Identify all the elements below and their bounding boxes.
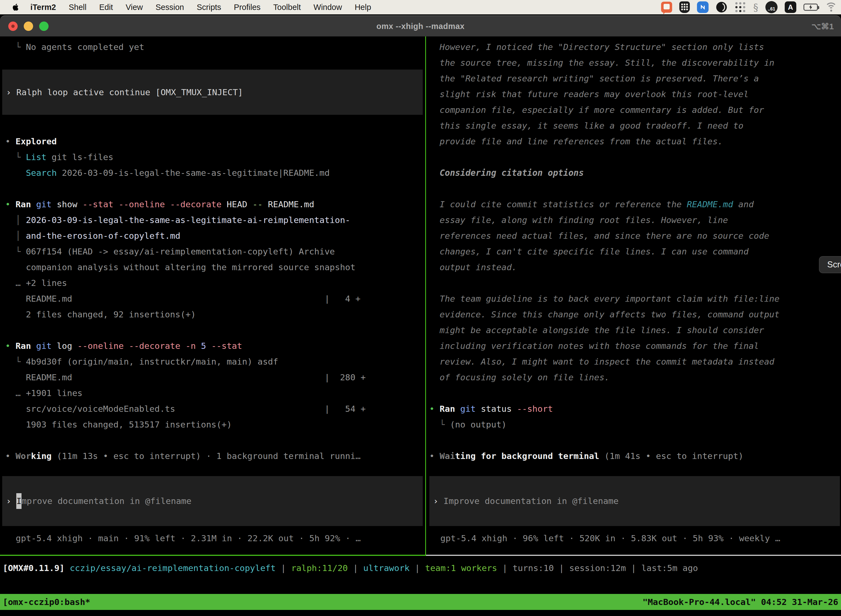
menu-item-help[interactable]: Help [355,3,371,12]
wifi-icon[interactable] [825,3,837,12]
terminal-line: the source tree, missing the essay. Stil… [429,55,841,70]
right-input-text: Improve documentation in @filename [443,493,618,509]
terminal-line [5,322,425,338]
menu-item-toolbelt[interactable]: Toolbelt [273,3,301,12]
terminal-text-segment: cczip/essay/ai-reimplementation-copyleft [70,563,276,573]
screen-share-overlay-label: Scre [827,260,841,270]
terminal-line: provide file and line references from th… [429,133,841,149]
terminal-text-segment: | [348,563,363,573]
terminal-line: … +2 lines [5,275,425,291]
ralph-loop-box[interactable]: › Ralph loop active continue [OMX_TMUX_I… [2,70,423,115]
terminal-line [429,149,841,165]
tmux-pane-right[interactable]: However, I noticed the "Directory Struct… [426,37,841,556]
menu-item-window[interactable]: Window [314,3,342,12]
omx-status-line: [OMX#0.11.9] cczip/essay/ai-reimplementa… [3,560,698,576]
terminal-line: └ 4b9d30f (origin/main, instructkr/main,… [5,354,425,370]
left-text-cursor: I [16,493,22,509]
menu-item-shell[interactable]: Shell [69,3,86,12]
left-prompt-input[interactable]: › Improve documentation in @filename [2,476,423,526]
terminal-line: companion file, especially if more comme… [429,102,841,118]
terminal-line [429,181,841,197]
terminal-line: … +1901 lines [5,385,425,401]
terminal-line [5,181,425,197]
terminal-line: │ 2026-03-09-is-legal-the-same-as-legiti… [5,212,425,228]
terminal-content: └ No agents completed yet › Ralph loop a… [0,37,841,616]
terminal-line: changes, I can't cite specific file line… [429,244,841,260]
terminal-line: references need actual files, and since … [429,228,841,244]
pane-divider[interactable] [425,37,426,556]
window-shortcut-badge: ⌥⌘1 [812,22,834,31]
menu-status-icons: § ..61 A [661,0,837,14]
left-agent-summary: └ No agents completed yet [0,39,425,55]
left-input-text: mprove documentation in @filename [22,493,192,509]
terminal-text-segment: session:12m [569,563,626,573]
terminal-line: I could cite commit statistics or refere… [429,197,841,212]
menu-item-profiles[interactable]: Profiles [234,3,261,12]
terminal-line: Considering citation options [429,165,841,181]
tmux-pane-left[interactable]: └ No agents completed yet › Ralph loop a… [0,37,425,556]
terminal-text-segment: › [6,84,16,100]
terminal-text-segment [64,563,70,573]
terminal-text-segment: | [626,563,641,573]
terminal-line: • Working (11m 13s • esc to interrupt) ·… [5,448,425,464]
menu-item-iterm2[interactable]: iTerm2 [30,3,56,12]
terminal-text-segment: | [409,563,425,573]
terminal-line [429,433,841,448]
pac-circle-icon[interactable] [716,1,727,13]
dots-grid-icon[interactable] [734,1,746,13]
right-prompt-chevron: › [433,493,443,509]
menu-item-edit[interactable]: Edit [99,3,113,12]
terminal-line: • Ran git log --oneline --decorate -n 5 … [5,338,425,354]
left-pane-bottom-border [0,555,425,556]
terminal-line: • Ran git show --stat --oneline --decora… [5,197,425,212]
right-prompt-input[interactable]: › Improve documentation in @filename [429,476,840,526]
terminal-line: • Waiting for background terminal (1m 41… [429,448,841,464]
terminal-line: this single essay, it seems like a good … [429,118,841,133]
chat-bubble-icon[interactable] [661,1,672,13]
squiggle-icon[interactable]: § [753,1,758,13]
terminal-text-segment: | [554,563,569,573]
terminal-text-segment: team:1 workers [425,563,497,573]
terminal-line [429,275,841,291]
terminal-line [429,385,841,401]
terminal-line: review. Also, I might want to inspect th… [429,354,841,370]
menu-item-view[interactable]: View [126,3,143,12]
terminal-text-segment: | [497,563,513,573]
terminal-text-segment: ultrawork [363,563,410,573]
terminal-line: essay file, along with finding root file… [429,212,841,228]
terminal-line: However, I noticed the "Directory Struct… [429,39,841,55]
blue-zigzag-icon[interactable] [697,1,709,13]
apple-menu-icon[interactable] [12,3,20,12]
left-model-status: gpt-5.4 xhigh · main · 91% left · 2.31M … [16,531,360,546]
terminal-line: └ 067f154 (HEAD -> essay/ai-reimplementa… [5,244,425,260]
left-prompt-chevron: › [6,493,16,509]
badge-61-icon[interactable]: ..61 [765,1,778,13]
window-title: omx --xhigh --madmax [0,22,841,31]
screen-share-overlay[interactable]: Scre [819,256,841,273]
terminal-line: The team guideline is to back every impo… [429,291,841,307]
menu-item-session[interactable]: Session [155,3,184,12]
terminal-line: README.md | 280 + [5,370,425,385]
terminal-text-segment: last:5m ago [641,563,698,573]
terminal-line: might be acceptable alongside the file l… [429,322,841,338]
tmux-host-clock: "MacBook-Pro-44.local" 04:52 31-Mar-26 [643,597,838,607]
terminal-text-segment: turns:10 [513,563,554,573]
terminal-line: 2 files changed, 92 insertions(+) [5,307,425,322]
shield-grid-icon[interactable] [679,1,690,13]
menu-items: iTerm2ShellEditViewSessionScriptsProfile… [30,3,371,12]
battery-icon[interactable] [803,4,818,11]
window-title-bar[interactable]: omx --xhigh --madmax ⌥⌘1 [0,15,841,37]
terminal-line: └ List git ls-files [5,149,425,165]
left-agent-log: • Explored └ List git ls-files Search 20… [0,133,425,464]
input-source-icon[interactable]: A [785,1,796,13]
terminal-line: └ No agents completed yet [5,39,425,55]
terminal-line: output instead. [429,260,841,275]
terminal-line: slight risk that future readers may over… [429,87,841,102]
tmux-window-name[interactable]: [omx-cczip0:bash* [3,597,90,607]
terminal-line: the "Related research writing" section i… [429,70,841,87]
menu-item-scripts[interactable]: Scripts [197,3,221,12]
terminal-line: │ and-the-erosion-of-copyleft.md [5,228,425,244]
right-agent-log: However, I noticed the "Directory Struct… [426,39,841,464]
terminal-line: of focusing solely on file lines. [429,370,841,385]
terminal-line [5,433,425,448]
